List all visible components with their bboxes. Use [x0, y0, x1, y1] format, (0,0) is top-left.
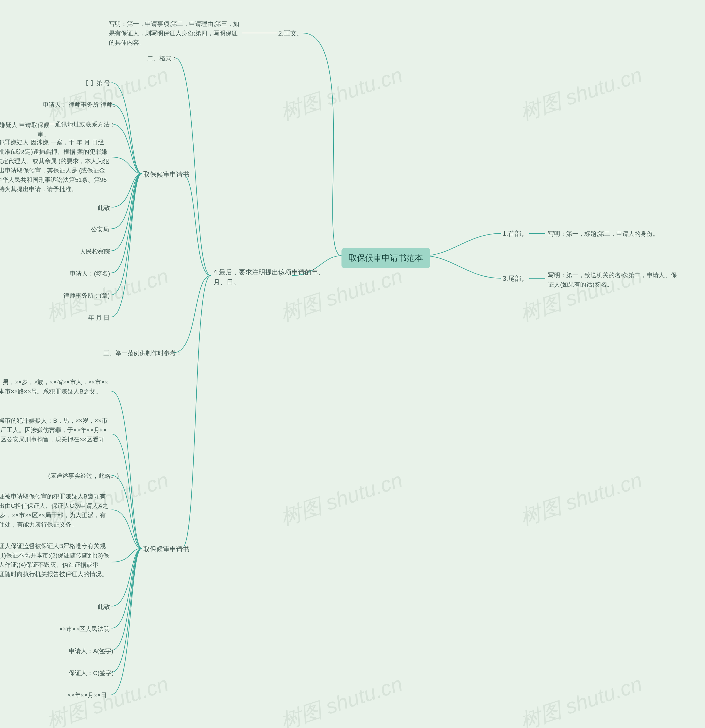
leaf-riqi: 年 月 日 [88, 313, 110, 322]
watermark: 树图 shutu.cn [277, 670, 406, 728]
watermark: 树图 shutu.cn [277, 466, 406, 532]
leaf-sqr: 申请人：A，男，××岁，×族，××省××市人，××市××厂工人，住本市××路××… [0, 377, 110, 396]
leaf-cizhi: 此致 [98, 204, 110, 212]
leaf-gonganju: 公安局 [91, 225, 109, 234]
leaf-fayuan: ××市××区人民法院 [59, 625, 110, 633]
leaf-qz-c: 保证人：C(签字) [69, 669, 114, 677]
watermark: 树图 shutu.cn [516, 670, 646, 728]
node-application1-title[interactable]: 取保候审申请书 [143, 170, 189, 179]
leaf-tongxun-detail: 申请事项：对犯罪嫌疑人 申请取保候审。 [0, 120, 50, 139]
leaf-shilue: (应详述事实经过，此略。) [48, 472, 119, 480]
branch-zuihou[interactable]: 4.最后，要求注明提出该项申请的年、月、日。 [213, 267, 329, 287]
leaf-zhang: 律师事务所：(章) [63, 292, 110, 300]
leaf-shenqingren: 申请人： 律师事务所 律师。 [43, 101, 119, 109]
leaf-shoubu-desc: 写明：第一，标题;第二，申请人的身份。 [548, 230, 659, 238]
root-node[interactable]: 取保候审申请书范本 [342, 248, 430, 268]
branch-shoubu[interactable]: 1.首部。 [503, 229, 528, 238]
connector-lines [0, 0, 705, 728]
branch-zhengwen[interactable]: 2.正文。 [278, 29, 303, 38]
leaf-geshi-label[interactable]: 二、格式： [147, 54, 177, 62]
leaf-bsqr: 被申请取保候审的犯罪嫌疑人：B，男，××岁，××市人，××市××厂工人。因涉嫌伤… [0, 416, 110, 454]
leaf-fanli-label[interactable]: 三、举一范例供制作时参考： [103, 349, 182, 357]
watermark: 树图 shutu.cn [43, 670, 172, 728]
leaf-weibu-desc: 写明：第一，致送机关的名称;第二，申请人、保证人(如果有的话)签名。 [548, 271, 678, 289]
leaf-zhengwen-desc: 写明：第一，申请事项;第二，申请理由;第三，如果有保证人，则写明保证人身份;第四… [109, 19, 241, 48]
leaf-jianchayuan: 人民检察院 [80, 247, 110, 256]
branch-weibu[interactable]: 3.尾部。 [503, 274, 528, 283]
leaf-liyou: 申请理由：犯罪嫌疑人 因涉嫌 一案，于 年 月 日经 人民检察院批准(或决定)逮… [0, 138, 110, 194]
leaf-qianming: 申请人：(签名) [70, 270, 110, 278]
leaf-baozhengren: 申请人为保证被申请取保候审的犯罪嫌疑人B遵守有关规定，提出由C担任保证人。保证人… [0, 492, 110, 529]
watermark: 树图 shutu.cn [516, 466, 646, 532]
leaf-tongxun: 通讯地址或联系方法： [55, 120, 116, 129]
leaf-cizhi2: 此致 [98, 603, 110, 611]
leaf-dihao: 【 】第 号 [83, 79, 110, 87]
node-application2-title[interactable]: 取保候审申请书 [143, 545, 189, 553]
watermark: 树图 shutu.cn [516, 61, 646, 127]
watermark: 树图 shutu.cn [43, 61, 172, 127]
leaf-jiandu: 申请人和保证人保证监督被保证人B严格遵守有关规定，做到：(1)保证不离开本市;(… [0, 542, 110, 579]
watermark: 树图 shutu.cn [277, 61, 406, 127]
leaf-riqi2: ××年××月××日 [68, 691, 107, 699]
leaf-qz-a: 申请人：A(签字) [69, 647, 113, 655]
